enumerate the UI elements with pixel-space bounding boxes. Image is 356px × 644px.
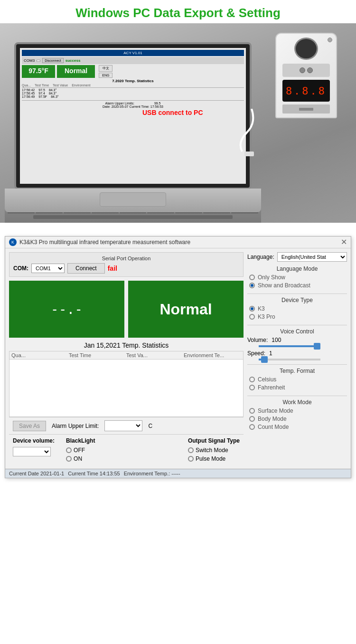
serial-section: Serial Port Operation COM: COM1 COM2 COM… bbox=[9, 252, 244, 277]
k3-radio[interactable] bbox=[249, 306, 255, 312]
laptop-sw-title: ACY V1.01 bbox=[22, 50, 244, 56]
device-volume-select[interactable] bbox=[13, 447, 51, 456]
only-show-radio[interactable] bbox=[249, 275, 255, 280]
page-title: Windows PC Data Export & Setting bbox=[0, 6, 356, 20]
language-label: Language: bbox=[247, 254, 274, 260]
show-broadcast-label: Show and Broadcast bbox=[258, 282, 310, 289]
status-bar: Current Date 2021-01-1 Current Time 14:1… bbox=[5, 469, 351, 478]
divider3 bbox=[247, 364, 347, 365]
work-mode-title: Work Mode bbox=[247, 399, 347, 406]
laptop-table-row: 17:56:4297.584.3° bbox=[22, 88, 244, 92]
switch-mode-label: Switch Mode bbox=[196, 447, 228, 454]
status-display-box: Normal bbox=[128, 281, 244, 338]
surface-mode-row: Surface Mode bbox=[249, 407, 347, 414]
speed-thumb[interactable] bbox=[261, 356, 268, 363]
window-titlebar: K K3&K3 Pro multilingual infrared temper… bbox=[5, 237, 351, 248]
col-qty: Qua... bbox=[11, 352, 69, 358]
close-button[interactable]: ✕ bbox=[341, 238, 347, 246]
trackpad bbox=[33, 215, 233, 219]
alarm-select[interactable] bbox=[104, 420, 142, 431]
status-current-time: Current Time 14:13:55 bbox=[68, 471, 120, 476]
blacklight-label: BlackLight bbox=[66, 437, 95, 444]
status-current-date: Current Date 2021-01-1 bbox=[9, 471, 64, 476]
table-header: Qua... Test Time Test Va... Envrionment … bbox=[9, 351, 243, 360]
connect-button[interactable]: Connect bbox=[67, 263, 105, 274]
work-mode-group: Work Mode Surface Mode Body Mode Count M… bbox=[247, 399, 347, 430]
laptop-table-header: Qua... Test Time Test Value Environment bbox=[22, 84, 244, 88]
laptop-table-row: 17:56:4997.5F84.3° bbox=[22, 95, 244, 98]
fahrenheit-label: Fahrenheit bbox=[258, 384, 285, 391]
voice-control-group: Voice Control Volume: 100 Speed: 1 bbox=[247, 328, 347, 360]
surface-mode-label: Surface Mode bbox=[258, 407, 293, 414]
com-label: COM: bbox=[13, 265, 28, 272]
volume-value: 100 bbox=[272, 337, 281, 343]
window-title: K3&K3 Pro multilingual infrared temperat… bbox=[19, 239, 190, 246]
temp-display-box: --.- bbox=[9, 281, 124, 338]
bl-on-label: ON bbox=[74, 455, 82, 462]
stats-title: Jan 15,2021 Temp. Statistics bbox=[9, 341, 244, 349]
alarm-label: Alarm Upper Limit: bbox=[52, 423, 99, 429]
speed-value: 1 bbox=[269, 350, 272, 357]
speed-slider[interactable] bbox=[259, 359, 320, 360]
output-signal-extra: Output Signal Type Switch Mode Pulse Mod… bbox=[188, 437, 240, 462]
body-mode-row: Body Mode bbox=[249, 416, 347, 422]
laptop-software-ui: ACY V1.01 COM3 Disconnect success 97.5°F… bbox=[20, 48, 246, 184]
volume-label: Volume: bbox=[247, 337, 268, 343]
laptop-normal-box: Normal bbox=[57, 65, 95, 78]
pulse-mode-radio[interactable] bbox=[188, 456, 194, 462]
window-body: Serial Port Operation COM: COM1 COM2 COM… bbox=[5, 248, 351, 469]
fahrenheit-radio[interactable] bbox=[249, 385, 255, 390]
laptop-disconnect-btn: Disconnect bbox=[42, 58, 64, 63]
k3-label: K3 bbox=[258, 305, 265, 312]
device-type-title: Device Type bbox=[247, 297, 347, 303]
display-row: --.- Normal bbox=[9, 281, 244, 338]
count-mode-row: Count Mode bbox=[249, 424, 347, 430]
laptop-eng-btn: ENG bbox=[99, 73, 112, 78]
bl-on-radio[interactable] bbox=[66, 456, 72, 462]
celsius-label: Celsius bbox=[258, 376, 276, 383]
body-mode-label: Body Mode bbox=[258, 416, 287, 422]
language-select[interactable]: English(United Stat bbox=[277, 252, 347, 262]
volume-slider[interactable] bbox=[259, 345, 320, 347]
laptop-temp-box: 97.5°F bbox=[22, 65, 55, 78]
surface-mode-radio[interactable] bbox=[249, 408, 255, 414]
save-as-button[interactable]: Save As bbox=[13, 421, 46, 431]
laptop-sw-serial: COM3 Disconnect success bbox=[22, 57, 244, 64]
language-mode-title: Language Mode bbox=[247, 265, 347, 272]
celsius-radio[interactable] bbox=[249, 377, 255, 382]
count-mode-label: Count Mode bbox=[258, 424, 289, 430]
temp-format-group: Temp. Format Celsius Fahrenheit bbox=[247, 368, 347, 391]
output-signal-label: Output Signal Type bbox=[188, 437, 240, 444]
body-mode-radio[interactable] bbox=[249, 416, 255, 422]
speed-row: Speed: 1 bbox=[247, 350, 347, 357]
device-type-group: Device Type K3 K3 Pro bbox=[247, 297, 347, 320]
switch-mode-radio[interactable] bbox=[188, 447, 194, 453]
count-mode-radio[interactable] bbox=[249, 424, 255, 430]
laptop-base bbox=[5, 189, 261, 212]
laptop-success: success bbox=[66, 58, 81, 63]
divider4 bbox=[247, 396, 347, 396]
show-broadcast-row: Show and Broadcast bbox=[249, 282, 347, 289]
k3pro-label: K3 Pro bbox=[258, 313, 275, 320]
device-type-radios: K3 K3 Pro bbox=[247, 305, 347, 320]
top-section: Windows PC Data Export & Setting ACY V1.… bbox=[0, 0, 356, 227]
speed-label: Speed: bbox=[247, 350, 265, 357]
laptop-screen-inner: ACY V1.01 COM3 Disconnect success 97.5°F… bbox=[20, 48, 246, 184]
c-unit: C bbox=[148, 423, 152, 429]
col-env-temp: Envrionment Te... bbox=[184, 352, 241, 358]
bl-off-label: OFF bbox=[74, 447, 85, 454]
right-panel: Language: English(United Stat Language M… bbox=[247, 252, 347, 465]
thermo-buttons bbox=[282, 64, 330, 77]
show-broadcast-radio[interactable] bbox=[249, 283, 255, 288]
volume-thumb[interactable] bbox=[314, 343, 320, 350]
language-mode-radios: Only Show Show and Broadcast bbox=[247, 274, 347, 289]
table-body bbox=[9, 360, 243, 417]
status-normal: Normal bbox=[159, 301, 212, 318]
thermo-lens bbox=[294, 38, 318, 60]
com-select[interactable]: COM1 COM2 COM3 bbox=[31, 264, 65, 273]
thermometer-device: 8.8.8 bbox=[275, 33, 342, 128]
laptop-screen-outer: ACY V1.01 COM3 Disconnect success 97.5°F… bbox=[14, 42, 252, 189]
k3pro-radio[interactable] bbox=[249, 314, 255, 320]
laptop-lang-col: 中文 ENG bbox=[99, 65, 112, 78]
bl-off-radio[interactable] bbox=[66, 447, 72, 453]
